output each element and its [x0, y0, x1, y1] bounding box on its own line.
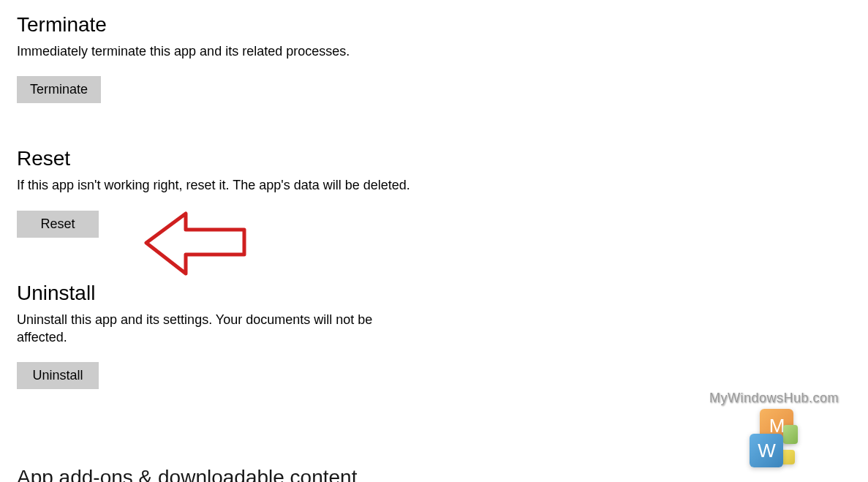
terminate-title: Terminate [17, 13, 412, 37]
terminate-desc: Immediately terminate this app and its r… [17, 42, 412, 60]
terminate-section: Terminate Immediately terminate this app… [17, 13, 412, 103]
reset-title: Reset [17, 147, 412, 170]
watermark: MyWindowsHub.com M W [709, 391, 839, 467]
terminate-button[interactable]: Terminate [17, 76, 101, 103]
logo-tile-green [783, 425, 798, 444]
uninstall-button[interactable]: Uninstall [17, 362, 99, 389]
uninstall-section: Uninstall Uninstall this app and its set… [17, 282, 412, 390]
uninstall-title: Uninstall [17, 282, 412, 305]
addons-title: App add-ons & downloadable content [17, 466, 357, 482]
logo-tile-w: W [750, 434, 783, 467]
reset-desc: If this app isn't working right, reset i… [17, 176, 412, 194]
reset-button[interactable]: Reset [17, 211, 99, 238]
reset-section: Reset If this app isn't working right, r… [17, 147, 412, 237]
watermark-text: MyWindowsHub.com [709, 391, 839, 406]
watermark-logo-icon: M W [750, 409, 798, 467]
uninstall-desc: Uninstall this app and its settings. You… [17, 311, 412, 347]
